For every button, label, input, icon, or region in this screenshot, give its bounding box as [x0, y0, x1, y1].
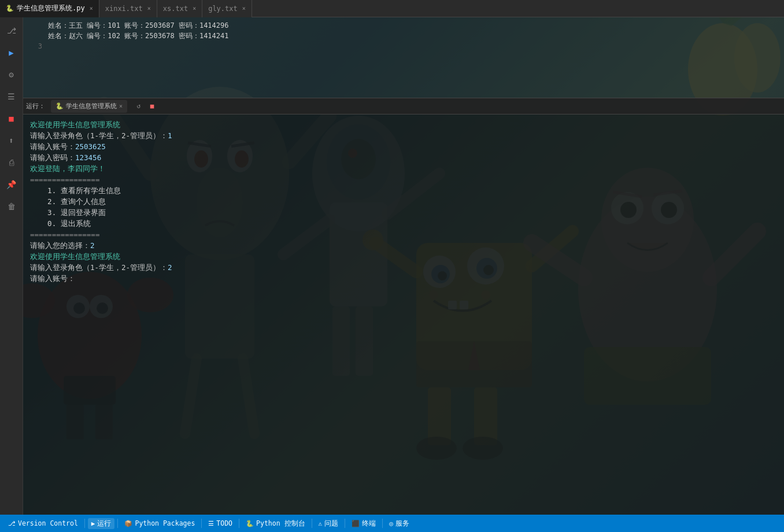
- terminal-menu-1: 1. 查看所有学生信息: [30, 185, 777, 196]
- todo-status-icon: ☰: [208, 520, 214, 527]
- tab-xinxi[interactable]: xinxi.txt ×: [99, 0, 157, 17]
- terminal-line-account-prompt: 请输入账号：2503625: [30, 141, 777, 152]
- terminal-line-role-prompt2: 请输入登录角色（1-学生，2-管理员）：2: [30, 262, 777, 273]
- status-python-console[interactable]: 🐍 Python 控制台: [242, 518, 308, 529]
- ide-container: 🐍 学生信息管理系统.py × xinxi.txt × xs.txt × gly…: [0, 0, 784, 532]
- run-status-icon: ▶: [91, 520, 95, 527]
- tab-python-close[interactable]: ×: [90, 5, 93, 12]
- sidebar-stop-icon[interactable]: ■: [1, 108, 22, 129]
- status-sep-5: [312, 519, 312, 528]
- tab-bar: 🐍 学生信息管理系统.py × xinxi.txt × xs.txt × gly…: [0, 0, 784, 17]
- editor-terminal: 姓名：王五 编号：101 账号：2503687 密码：1414296 姓名：赵六…: [23, 17, 784, 515]
- line-content-2: 姓名：赵六 编号：102 账号：2503678 密码：1414241: [48, 31, 229, 41]
- status-version-control[interactable]: ⎇ Version Control: [5, 518, 82, 529]
- sidebar-pin-icon[interactable]: 📌: [1, 174, 22, 195]
- run-tab-bar: 运行： 🐍 学生信息管理系统 × ↺ ■: [23, 98, 784, 114]
- status-services[interactable]: ◎ 服务: [386, 518, 413, 529]
- python-console-status-icon: 🐍: [246, 520, 254, 527]
- run-tab-python-icon: 🐍: [56, 102, 64, 110]
- status-sep-6: [345, 519, 345, 528]
- run-active-tab[interactable]: 🐍 学生信息管理系统 ×: [51, 100, 127, 113]
- tab-gly-label: gly.txt: [208, 5, 238, 13]
- status-sep-1: [84, 519, 85, 528]
- line-num-2: [28, 31, 42, 41]
- services-status-label: 服务: [395, 519, 409, 528]
- status-sep-2: [117, 519, 118, 528]
- terminal-line-sep1: ================: [30, 174, 777, 185]
- tab-xs[interactable]: xs.txt ×: [157, 0, 202, 17]
- sidebar-settings-icon[interactable]: ⚙: [1, 64, 22, 85]
- run-label: 运行：: [26, 102, 45, 110]
- terminal-line-welcome2: 欢迎使用学生信息管理系统: [30, 251, 777, 262]
- sidebar-version-control-icon[interactable]: ⎇: [1, 20, 22, 41]
- main-area: ⎇ ▶ ⚙ ☰ ■ ⬆ ⎙ 📌 🗑 姓名：王五 编号：101 账号：250368…: [0, 17, 784, 515]
- status-sep-3: [201, 519, 202, 528]
- terminal-menu-2: 2. 查询个人信息: [30, 196, 777, 207]
- terminal-menu-0: 0. 退出系统: [30, 218, 777, 229]
- code-line-3: 3: [23, 41, 784, 51]
- status-sep-7: [382, 519, 383, 528]
- tab-python-label: 学生信息管理系统.py: [17, 3, 85, 13]
- line-content-1: 姓名：王五 编号：101 账号：2503687 密码：1414296: [48, 20, 229, 31]
- terminal-line-pwd-prompt: 请输入密码：123456: [30, 152, 777, 163]
- terminal-line-greet: 欢迎登陆，李四同学！: [30, 163, 777, 174]
- terminal-choice-prompt: 请输入您的选择：2: [30, 240, 777, 251]
- python-packages-status-label: Python Packages: [135, 519, 195, 527]
- tab-gly-close[interactable]: ×: [242, 5, 246, 12]
- tab-xs-label: xs.txt: [163, 5, 188, 13]
- status-bar: ⎇ Version Control ▶ 运行 📦 Python Packages…: [0, 515, 784, 532]
- run-tab-label: 学生信息管理系统: [66, 102, 117, 110]
- tab-xs-close[interactable]: ×: [193, 5, 196, 12]
- status-todo[interactable]: ☰ TODO: [205, 518, 236, 529]
- sidebar-delete-icon[interactable]: 🗑: [1, 196, 22, 217]
- terminal-line-account-prompt2: 请输入账号：: [30, 273, 777, 284]
- run-tab-close[interactable]: ×: [119, 103, 123, 109]
- sidebar-format-icon[interactable]: ☰: [1, 86, 22, 107]
- line-num-1: [28, 20, 42, 31]
- services-status-icon: ◎: [389, 520, 393, 527]
- version-control-status-icon: ⎇: [8, 520, 16, 527]
- sidebar-icons: ⎇ ▶ ⚙ ☰ ■ ⬆ ⎙ 📌 🗑: [0, 17, 23, 515]
- tab-python-file[interactable]: 🐍 学生信息管理系统.py ×: [0, 0, 99, 17]
- run-controls: ↺ ■: [133, 101, 158, 112]
- terminal-line-sep2: ================: [30, 229, 777, 240]
- status-python-packages[interactable]: 📦 Python Packages: [121, 518, 198, 529]
- problems-status-icon: ⚠: [319, 520, 323, 527]
- line-num-3: 3: [28, 41, 42, 51]
- code-line-1: 姓名：王五 编号：101 账号：2503687 密码：1414296: [23, 20, 784, 31]
- python-packages-status-icon: 📦: [124, 520, 132, 527]
- tab-xinxi-close[interactable]: ×: [147, 5, 151, 12]
- terminal-menu-3: 3. 退回登录界面: [30, 207, 777, 218]
- status-problems[interactable]: ⚠ 问题: [315, 518, 342, 529]
- code-area: 姓名：王五 编号：101 账号：2503687 密码：1414296 姓名：赵六…: [23, 17, 784, 98]
- sidebar-print-icon[interactable]: ⎙: [1, 152, 22, 173]
- version-control-status-label: Version Control: [18, 519, 78, 527]
- terminal-line-welcome: 欢迎使用学生信息管理系统: [30, 119, 777, 130]
- stop-button[interactable]: ■: [146, 101, 158, 112]
- problems-status-label: 问题: [324, 519, 338, 528]
- run-status-label: 运行: [97, 519, 111, 528]
- terminal-status-label: 终端: [362, 519, 376, 528]
- tab-xinxi-label: xinxi.txt: [105, 5, 143, 13]
- code-line-2: 姓名：赵六 编号：102 账号：2503678 密码：1414241: [23, 31, 784, 41]
- tab-gly[interactable]: gly.txt ×: [202, 0, 252, 17]
- python-console-status-label: Python 控制台: [256, 519, 305, 528]
- terminal-content[interactable]: 欢迎使用学生信息管理系统 请输入登录角色（1-学生，2-管理员）：1 请输入账号…: [23, 114, 784, 515]
- todo-status-label: TODO: [216, 519, 232, 527]
- rerun-button[interactable]: ↺: [133, 101, 145, 112]
- sidebar-run-icon[interactable]: ▶: [1, 42, 22, 63]
- status-sep-4: [239, 519, 239, 528]
- terminal-panel: 运行： 🐍 学生信息管理系统 × ↺ ■ 欢迎使用学生信息管理系统 请输入登录角…: [23, 98, 784, 515]
- terminal-status-icon: ⬛: [352, 520, 360, 527]
- status-terminal[interactable]: ⬛ 终端: [348, 518, 379, 529]
- status-run[interactable]: ▶ 运行: [88, 518, 115, 529]
- python-tab-icon: 🐍: [6, 5, 14, 12]
- terminal-line-role-prompt: 请输入登录角色（1-学生，2-管理员）：1: [30, 130, 777, 141]
- sidebar-upload-icon[interactable]: ⬆: [1, 130, 22, 151]
